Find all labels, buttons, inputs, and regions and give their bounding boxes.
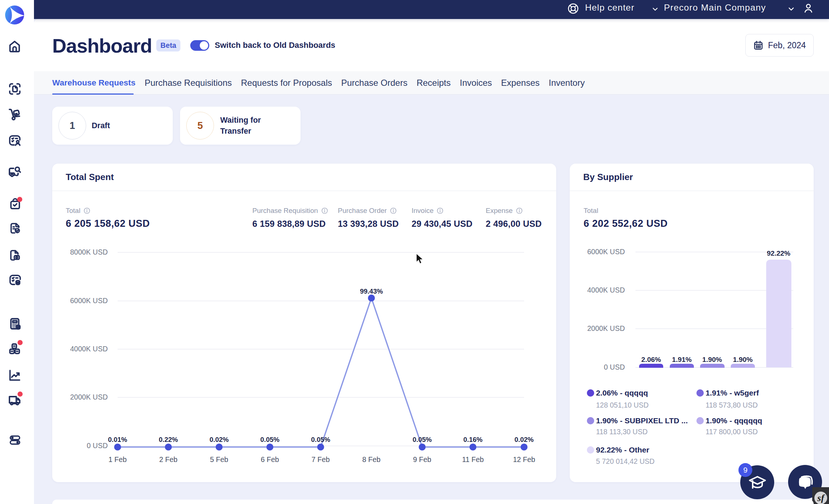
- svg-text:1.90% - SUBPIXEL LTD ...: 1.90% - SUBPIXEL LTD ...: [596, 416, 688, 425]
- svg-text:0.01%: 0.01%: [108, 436, 127, 443]
- svg-text:128 051,10 USD: 128 051,10 USD: [596, 401, 649, 409]
- svg-text:0.02%: 0.02%: [210, 436, 229, 443]
- svg-text:0.05%: 0.05%: [260, 436, 279, 443]
- svg-text:2000K USD: 2000K USD: [70, 393, 108, 401]
- svg-text:0.16%: 0.16%: [463, 436, 482, 443]
- svg-text:118 113,30 USD: 118 113,30 USD: [596, 428, 647, 436]
- svg-text:5 Feb: 5 Feb: [210, 455, 228, 463]
- svg-text:8 Feb: 8 Feb: [362, 455, 381, 463]
- svg-text:5 720 014,42 USD: 5 720 014,42 USD: [596, 457, 654, 465]
- svg-text:6000K USD: 6000K USD: [70, 297, 108, 305]
- svg-text:4000K USD: 4000K USD: [587, 286, 625, 294]
- svg-text:118 573,80 USD: 118 573,80 USD: [706, 401, 758, 409]
- svg-text:1.90%: 1.90%: [702, 356, 722, 363]
- svg-text:0 USD: 0 USD: [604, 363, 625, 371]
- svg-text:12 Feb: 12 Feb: [513, 455, 535, 463]
- svg-text:0 USD: 0 USD: [87, 442, 108, 450]
- svg-text:1.90% - qqqqqq: 1.90% - qqqqqq: [706, 416, 762, 425]
- svg-text:92.22% - Other: 92.22% - Other: [596, 446, 649, 454]
- svg-text:7 Feb: 7 Feb: [312, 455, 330, 463]
- svg-text:1.91%: 1.91%: [672, 356, 692, 363]
- svg-text:0.22%: 0.22%: [159, 436, 178, 443]
- svg-text:1.90%: 1.90%: [733, 356, 753, 363]
- svg-text:1.91% - w5gerf: 1.91% - w5gerf: [706, 389, 759, 397]
- svg-text:6 Feb: 6 Feb: [261, 455, 279, 463]
- svg-text:2 Feb: 2 Feb: [159, 455, 177, 463]
- svg-text:2.06%: 2.06%: [641, 356, 661, 363]
- svg-text:8000K USD: 8000K USD: [70, 248, 108, 256]
- svg-text:117 800,00 USD: 117 800,00 USD: [706, 428, 758, 436]
- svg-text:1 Feb: 1 Feb: [108, 455, 127, 463]
- svg-text:9 Feb: 9 Feb: [413, 455, 431, 463]
- svg-text:0.05%: 0.05%: [311, 436, 330, 443]
- svg-text:6000K USD: 6000K USD: [587, 248, 625, 256]
- svg-text:2000K USD: 2000K USD: [587, 324, 625, 332]
- svg-text:99.43%: 99.43%: [360, 287, 383, 295]
- svg-text:2.06% - qqqqq: 2.06% - qqqqq: [596, 389, 648, 397]
- svg-text:92.22%: 92.22%: [767, 249, 791, 257]
- svg-text:4000K USD: 4000K USD: [70, 345, 108, 353]
- svg-text:11 Feb: 11 Feb: [462, 455, 484, 463]
- svg-text:0.05%: 0.05%: [413, 436, 432, 443]
- svg-text:0.02%: 0.02%: [515, 436, 534, 443]
